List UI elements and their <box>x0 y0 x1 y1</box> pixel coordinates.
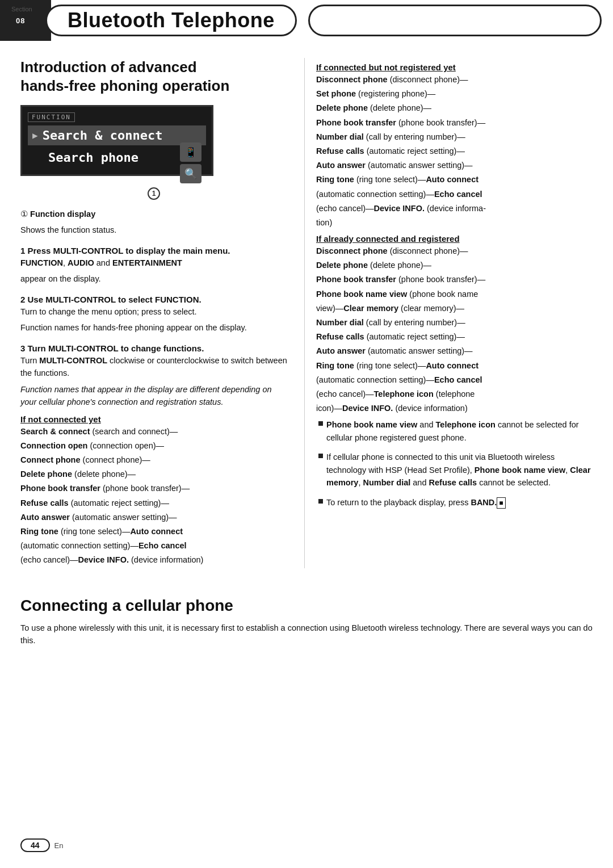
header-title-box: Bluetooth Telephone <box>45 5 297 36</box>
list-item: Phone book transfer (phone book transfer… <box>316 273 593 286</box>
left-column: Introduction of advanced hands-free phon… <box>20 58 304 568</box>
not-connected-list: Search & connect (search and connect)— C… <box>20 425 287 567</box>
list-item: Delete phone (delete phone)— <box>20 468 287 481</box>
list-item: (echo cancel)—Device INFO. (device infor… <box>20 553 287 567</box>
fn-menu-icons: 📱 🔍 <box>180 142 201 183</box>
list-item: Auto answer (automatic answer setting)— <box>316 345 593 358</box>
main-content: Introduction of advanced hands-free phon… <box>0 41 613 585</box>
step3-text: Turn MULTI-CONTROL clockwise or counterc… <box>20 354 287 380</box>
list-item: Auto answer (automatic answer setting)— <box>20 511 287 524</box>
band-symbol: ■ <box>497 497 505 509</box>
fn-display-caption: ① Function display <box>20 208 287 220</box>
bullet-square-icon-2 <box>318 454 323 458</box>
arrow-icon: ▶ <box>32 130 38 141</box>
step3-italic: Function names that appear in the displa… <box>20 383 287 409</box>
step1-text: FUNCTION, AUDIO and ENTERTAINMENT <box>20 257 287 269</box>
list-item: Phone book transfer (phone book transfer… <box>316 116 593 129</box>
connecting-text: To use a phone wirelessly with this unit… <box>20 622 593 647</box>
already-connected-list: Disconnect phone (disconnect phone)— Del… <box>316 245 593 415</box>
list-item: Connect phone (connect phone)— <box>20 454 287 467</box>
list-item: (automatic connection setting)—Echo canc… <box>316 188 593 201</box>
function-display-image: FUNCTION ▶ Search & connect Search phone… <box>20 105 213 176</box>
list-item: view)—Clear memory (clear memory)— <box>316 302 593 315</box>
bullet-square-icon-3 <box>318 499 323 504</box>
list-item: Ring tone (ring tone select)—Auto connec… <box>20 525 287 538</box>
circle-label-1: 1 <box>148 187 160 200</box>
bullet-1-text: Phone book name view and Telephone icon … <box>326 418 593 444</box>
already-connected-heading: If already connected and registered <box>316 234 593 244</box>
fn-menu-item-search-phone: Search phone <box>28 148 206 167</box>
list-item: Connection open (connection open)— <box>20 439 287 452</box>
step2-text2: Function names for hands-free phoning ap… <box>20 321 287 334</box>
footer-lang: En <box>54 841 64 850</box>
list-item: Search & connect (search and connect)— <box>20 425 287 438</box>
list-item: Refuse calls (automatic reject setting)— <box>316 330 593 343</box>
step1-heading: 1 Press MULTI-CONTROL to display the mai… <box>20 246 287 255</box>
list-item: Number dial (call by entering number)— <box>316 316 593 329</box>
right-column: If connected but not registered yet Disc… <box>304 58 593 568</box>
list-item: (automatic connection setting)—Echo canc… <box>20 539 287 552</box>
list-item: Delete phone (delete phone)— <box>316 102 593 115</box>
header: 08 Bluetooth Telephone <box>0 0 613 41</box>
connected-not-registered-list: Disconnect phone (disconnect phone)— Set… <box>316 73 593 229</box>
bullet-1: Phone book name view and Telephone icon … <box>318 418 593 447</box>
page-title: Bluetooth Telephone <box>68 9 275 32</box>
bullet-2-text: If cellular phone is connected to this u… <box>326 451 593 489</box>
page-number: 44 <box>20 838 50 852</box>
list-item: Disconnect phone (disconnect phone)— <box>316 73 593 86</box>
list-item: Ring tone (ring tone select)—Auto connec… <box>316 173 593 186</box>
list-item: Phone book name view (phone book name <box>316 288 593 301</box>
footer: 44 En <box>20 838 63 852</box>
not-connected-heading: If not connected yet <box>20 414 287 424</box>
step2-heading: 2 Use MULTI-CONTROL to select FUNCTION. <box>20 295 287 304</box>
list-item: Refuse calls (automatic reject setting)— <box>20 497 287 510</box>
list-item: Auto answer (automatic answer setting)— <box>316 159 593 172</box>
step2-text1: Turn to change the menu option; press to… <box>20 305 287 318</box>
fn-display-caption-text: Shows the function status. <box>20 224 287 236</box>
step3-heading: 3 Turn MULTI-CONTROL to change functions… <box>20 343 287 353</box>
list-item: (echo cancel)—Device INFO. (device infor… <box>316 202 593 215</box>
step1-appear: appear on the display. <box>20 272 287 285</box>
intro-title: Introduction of advanced hands-free phon… <box>20 58 287 95</box>
list-item: (automatic connection setting)—Echo canc… <box>316 374 593 387</box>
connected-not-registered-heading: If connected but not registered yet <box>316 62 593 72</box>
fn-display-label: FUNCTION <box>28 112 75 122</box>
list-item: Set phone (registering phone)— <box>316 87 593 100</box>
connecting-title: Connecting a cellular phone <box>20 597 593 615</box>
search-icon: 🔍 <box>180 164 201 183</box>
list-item: icon)—Device INFO. (device information) <box>316 402 593 415</box>
list-item: (echo cancel)—Telephone icon (telephone <box>316 388 593 401</box>
page: Section 08 Bluetooth Telephone Introduct… <box>0 0 613 868</box>
fn-menu-item-search-connect: ▶ Search & connect <box>28 125 206 145</box>
list-item: Delete phone (delete phone)— <box>316 259 593 272</box>
bullet-3-text: To return to the playback display, press… <box>326 496 506 509</box>
list-item: Phone book transfer (phone book transfer… <box>20 482 287 495</box>
phone-icon: 📱 <box>180 142 201 162</box>
list-item: Refuse calls (automatic reject setting)— <box>316 145 593 158</box>
list-item: Disconnect phone (disconnect phone)— <box>316 245 593 258</box>
connecting-section: Connecting a cellular phone To use a pho… <box>0 585 613 668</box>
bullet-2: If cellular phone is connected to this u… <box>318 451 593 492</box>
list-item: Ring tone (ring tone select)—Auto connec… <box>316 359 593 372</box>
list-item: tion) <box>316 216 593 229</box>
section-label: Section <box>11 6 32 12</box>
bullet-3: To return to the playback display, press… <box>318 496 593 512</box>
bullet-square-icon <box>318 421 323 426</box>
header-right-empty <box>308 5 602 36</box>
list-item: Number dial (call by entering number)— <box>316 131 593 144</box>
